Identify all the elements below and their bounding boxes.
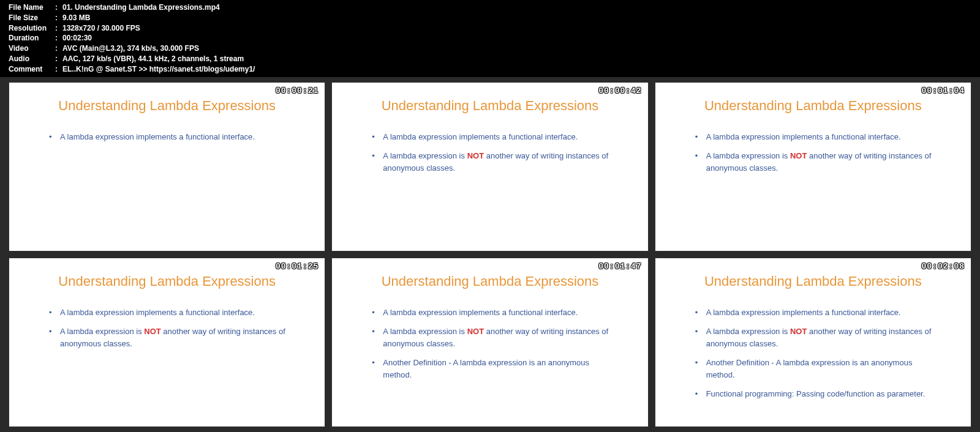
metadata-row-comment: Comment : EL..K!nG @ Sanet.ST >> https:/…	[9, 64, 971, 75]
separator: :	[55, 33, 62, 43]
label-filename: File Name	[9, 2, 55, 13]
metadata-row-audio: Audio : AAC, 127 kb/s (VBR), 44.1 kHz, 2…	[9, 54, 971, 64]
file-metadata: File Name : 01. Understanding Lambda Exp…	[0, 0, 980, 77]
value-filename: 01. Understanding Lambda Expressions.mp4	[62, 2, 220, 13]
emphasis-not: NOT	[467, 327, 484, 336]
separator: :	[55, 13, 62, 23]
slide-title: Understanding Lambda Expressions	[40, 274, 294, 289]
bullet-item: A lambda expression is NOT another way o…	[695, 326, 940, 349]
bullet-item: Another Definition - A lambda expression…	[372, 357, 617, 381]
separator: :	[55, 64, 62, 75]
bullet-item: A lambda expression is NOT another way o…	[372, 326, 617, 349]
value-filesize: 9.03 MB	[62, 13, 90, 23]
slide-title: Understanding Lambda Expressions	[363, 98, 617, 114]
bullet-item: Functional programming: Passing code/fun…	[695, 388, 940, 400]
emphasis-not: NOT	[790, 151, 807, 160]
separator: :	[55, 23, 62, 34]
metadata-row-resolution: Resolution : 1328x720 / 30.000 FPS	[9, 23, 971, 34]
thumbnail-2: 00:00:42 Understanding Lambda Expression…	[331, 82, 648, 251]
separator: :	[55, 43, 62, 54]
timestamp-overlay: 00:01:04	[922, 86, 965, 95]
value-video: AVC (Main@L3.2), 374 kb/s, 30.000 FPS	[62, 43, 199, 54]
separator: :	[55, 54, 62, 64]
label-comment: Comment	[9, 64, 55, 75]
bullet-item: A lambda expression implements a functio…	[695, 307, 940, 319]
bullet-list: A lambda expression implements a functio…	[686, 131, 940, 174]
bullet-item: A lambda expression is NOT another way o…	[49, 326, 294, 349]
label-duration: Duration	[9, 33, 55, 43]
timestamp-overlay: 00:01:47	[598, 262, 641, 271]
timestamp-overlay: 00:00:42	[598, 86, 641, 95]
bullet-list: A lambda expression implements a functio…	[40, 131, 294, 143]
thumbnail-4: 00:01:25 Understanding Lambda Expression…	[9, 258, 325, 427]
bullet-item: A lambda expression implements a functio…	[372, 307, 617, 319]
bullet-item: Another Definition - A lambda expression…	[695, 357, 940, 381]
thumbnail-grid: 00:00:21 Understanding Lambda Expression…	[0, 77, 980, 432]
thumbnail-5: 00:01:47 Understanding Lambda Expression…	[331, 258, 648, 427]
emphasis-not: NOT	[144, 327, 160, 336]
value-resolution: 1328x720 / 30.000 FPS	[62, 23, 140, 34]
label-filesize: File Size	[9, 13, 55, 23]
bullet-item: A lambda expression implements a functio…	[695, 131, 940, 143]
label-audio: Audio	[9, 54, 55, 64]
value-duration: 00:02:30	[62, 33, 92, 43]
metadata-row-duration: Duration : 00:02:30	[9, 33, 971, 43]
value-audio: AAC, 127 kb/s (VBR), 44.1 kHz, 2 channel…	[62, 54, 244, 64]
bullet-list: A lambda expression implements a functio…	[686, 307, 940, 400]
metadata-row-video: Video : AVC (Main@L3.2), 374 kb/s, 30.00…	[9, 43, 971, 54]
bullet-list: A lambda expression implements a functio…	[40, 307, 294, 350]
emphasis-not: NOT	[467, 151, 484, 160]
value-comment: EL..K!nG @ Sanet.ST >> https://sanet.st/…	[62, 64, 255, 75]
thumbnail-3: 00:01:04 Understanding Lambda Expression…	[655, 82, 971, 251]
thumbnail-6: 00:02:08 Understanding Lambda Expression…	[655, 258, 971, 427]
timestamp-overlay: 00:00:21	[276, 86, 318, 95]
label-video: Video	[9, 43, 55, 54]
slide-title: Understanding Lambda Expressions	[40, 98, 294, 114]
metadata-row-filename: File Name : 01. Understanding Lambda Exp…	[9, 2, 971, 13]
separator: :	[55, 2, 62, 13]
metadata-row-filesize: File Size : 9.03 MB	[9, 13, 971, 23]
bullet-item: A lambda expression implements a functio…	[49, 307, 294, 319]
thumbnail-1: 00:00:21 Understanding Lambda Expression…	[9, 82, 325, 251]
timestamp-overlay: 00:01:25	[276, 262, 318, 271]
bullet-item: A lambda expression is NOT another way o…	[695, 150, 940, 174]
emphasis-not: NOT	[790, 327, 807, 336]
label-resolution: Resolution	[9, 23, 55, 34]
bullet-list: A lambda expression implements a functio…	[363, 307, 617, 381]
timestamp-overlay: 00:02:08	[922, 262, 965, 271]
slide-title: Understanding Lambda Expressions	[686, 98, 940, 114]
bullet-list: A lambda expression implements a functio…	[363, 131, 617, 174]
slide-title: Understanding Lambda Expressions	[363, 274, 617, 289]
bullet-item: A lambda expression implements a functio…	[372, 131, 617, 143]
slide-title: Understanding Lambda Expressions	[686, 274, 940, 289]
bullet-item: A lambda expression implements a functio…	[49, 131, 294, 143]
bullet-item: A lambda expression is NOT another way o…	[372, 150, 617, 174]
